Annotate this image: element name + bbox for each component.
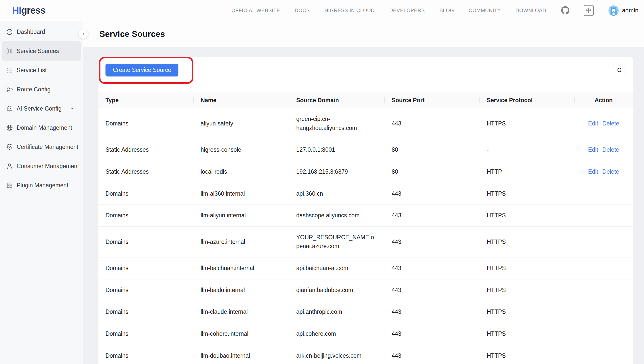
- nav-item[interactable]: DEVELOPERS: [389, 8, 425, 13]
- cell-source-domain: qianfan.baidubce.com: [289, 279, 385, 301]
- logo-text-hi: Hi: [12, 5, 21, 16]
- cell-source-domain: 127.0.0.1:8001: [289, 139, 385, 161]
- sidebar-item-label: Consumer Management: [17, 163, 78, 170]
- card-toolbar: Create Service Source: [98, 57, 633, 76]
- higress-logo[interactable]: Higress: [12, 5, 45, 16]
- sidebar-item-label: Service List: [17, 67, 78, 74]
- delete-link[interactable]: Delete: [602, 146, 619, 153]
- list-icon: [6, 66, 13, 74]
- chevron-down-icon: [69, 106, 75, 111]
- sidebar-item-consumer-management[interactable]: Consumer Management: [2, 157, 81, 176]
- cell-service-protocol: HTTPS: [480, 345, 575, 364]
- cell-service-protocol: -: [480, 139, 575, 161]
- sidebar-item-label: Dashboard: [17, 29, 78, 35]
- column-header: Name: [194, 97, 289, 104]
- cell-source-port: 443: [385, 205, 480, 226]
- sidebar-collapse-button[interactable]: [79, 29, 88, 39]
- logo-text-gress: gress: [21, 5, 45, 16]
- column-header: Service Protocol: [480, 97, 575, 104]
- cell-type: Domains: [98, 323, 194, 345]
- cell-action: EditDelete: [575, 139, 633, 161]
- cell-service-protocol: HTTPS: [480, 257, 575, 279]
- sidebar-item-domain-management[interactable]: Domain Management: [2, 118, 81, 137]
- table-row: Domainsllm-baidu.internalqianfan.baidubc…: [98, 279, 633, 301]
- cell-service-protocol: HTTPS: [480, 113, 575, 135]
- table-header: TypeNameSource DomainSource PortService …: [98, 92, 633, 108]
- cell-service-protocol: HTTPS: [480, 183, 575, 205]
- cell-name: higress-console: [194, 139, 289, 161]
- content-area: Create Service Source TypeNameSource Dom…: [83, 47, 644, 364]
- table-row: Static Addresseslocal-redis192.168.215.3…: [98, 161, 633, 183]
- user-icon: [6, 162, 13, 170]
- sidebar-item-service-list[interactable]: Service List: [2, 61, 81, 80]
- cell-source-domain: 192.168.215.3:6379: [289, 161, 385, 183]
- globe-icon: [6, 124, 13, 132]
- cell-name: llm-azure.internal: [194, 231, 289, 253]
- app: Higress OFFICIAL WEBSITEDOCSHIGRESS IN C…: [0, 0, 644, 364]
- cell-type: Domains: [98, 257, 194, 279]
- language-toggle-button[interactable]: 中: [584, 5, 594, 16]
- column-header: Source Port: [385, 97, 480, 104]
- cell-service-protocol: HTTPS: [480, 323, 575, 345]
- main: Service Sources Create Service Source Ty…: [83, 21, 644, 364]
- github-icon[interactable]: [561, 6, 570, 15]
- column-header: Source Domain: [289, 97, 385, 104]
- cell-type: Static Addresses: [98, 139, 194, 161]
- cell-source-port: 443: [385, 323, 480, 345]
- cell-service-protocol: HTTPS: [480, 301, 575, 323]
- cell-action: [575, 284, 633, 297]
- dashboard-icon: [6, 28, 13, 36]
- service-sources-card: Create Service Source TypeNameSource Dom…: [98, 57, 633, 364]
- cell-name: aliyun-safety: [194, 113, 289, 135]
- cell-source-domain: api.baichuan-ai.com: [289, 257, 385, 279]
- title-band: Service Sources: [83, 21, 644, 47]
- sidebar-item-certificate-management[interactable]: Certificate Management: [2, 137, 81, 157]
- refresh-icon: [616, 67, 623, 73]
- cell-action: [575, 306, 633, 318]
- sidebar-item-ai-service-config[interactable]: AI Service Config: [2, 99, 81, 118]
- cell-action: [575, 187, 633, 200]
- nav-item[interactable]: DOCS: [295, 8, 310, 13]
- delete-link[interactable]: Delete: [602, 168, 619, 175]
- table-row: Domainsllm-doubao.internalark.cn-beijing…: [98, 345, 633, 364]
- table-row: Static Addresseshigress-console127.0.0.1…: [98, 139, 633, 161]
- shrink-icon: [6, 47, 13, 55]
- sidebar-item-route-config[interactable]: Route Config: [2, 80, 81, 99]
- nav-item[interactable]: OFFICIAL WEBSITE: [231, 8, 280, 13]
- robot-icon: [6, 105, 13, 112]
- cell-source-port: 443: [385, 257, 480, 279]
- nav-item[interactable]: HIGRESS IN CLOUD: [325, 8, 375, 13]
- cell-service-protocol: HTTPS: [480, 279, 575, 301]
- edit-link[interactable]: Edit: [588, 146, 598, 153]
- sidebar-item-plugin-management[interactable]: Plugin Management: [2, 176, 81, 195]
- nav-item[interactable]: BLOG: [439, 8, 454, 13]
- page-title: Service Sources: [99, 29, 165, 39]
- cell-source-port: 443: [385, 113, 480, 135]
- table-row: Domainsllm-ai360.internalapi.360.cn443HT…: [98, 183, 633, 205]
- sidebar-item-label: Service Sources: [17, 48, 78, 55]
- delete-link[interactable]: Delete: [602, 120, 619, 127]
- cell-source-port: 443: [385, 231, 480, 253]
- route-icon: [6, 86, 13, 93]
- chevron-left-icon: [81, 32, 86, 36]
- cell-action: [575, 350, 633, 362]
- edit-link[interactable]: Edit: [588, 120, 598, 127]
- sidebar-item-service-sources[interactable]: Service Sources: [2, 41, 81, 61]
- refresh-button[interactable]: [613, 64, 626, 76]
- create-service-source-button[interactable]: Create Service Source: [105, 64, 178, 76]
- cell-type: Domains: [98, 345, 194, 364]
- cell-source-domain: api.360.cn: [289, 183, 385, 205]
- cell-service-protocol: HTTPS: [480, 205, 575, 226]
- cell-action: EditDelete: [575, 113, 633, 135]
- cell-name: llm-aliyun.internal: [194, 205, 289, 226]
- nav-item[interactable]: DOWNLOAD: [516, 8, 546, 13]
- cell-service-protocol: HTTPS: [480, 231, 575, 253]
- service-sources-table: TypeNameSource DomainSource PortService …: [98, 92, 633, 364]
- sidebar-item-dashboard[interactable]: Dashboard: [2, 22, 81, 41]
- topbar: Higress OFFICIAL WEBSITEDOCSHIGRESS IN C…: [0, 0, 644, 21]
- user-menu[interactable]: admin: [608, 5, 638, 16]
- nav-item[interactable]: COMMUNITY: [469, 8, 501, 13]
- edit-link[interactable]: Edit: [588, 168, 598, 175]
- cell-name: local-redis: [194, 161, 289, 183]
- cell-name: llm-baidu.internal: [194, 279, 289, 301]
